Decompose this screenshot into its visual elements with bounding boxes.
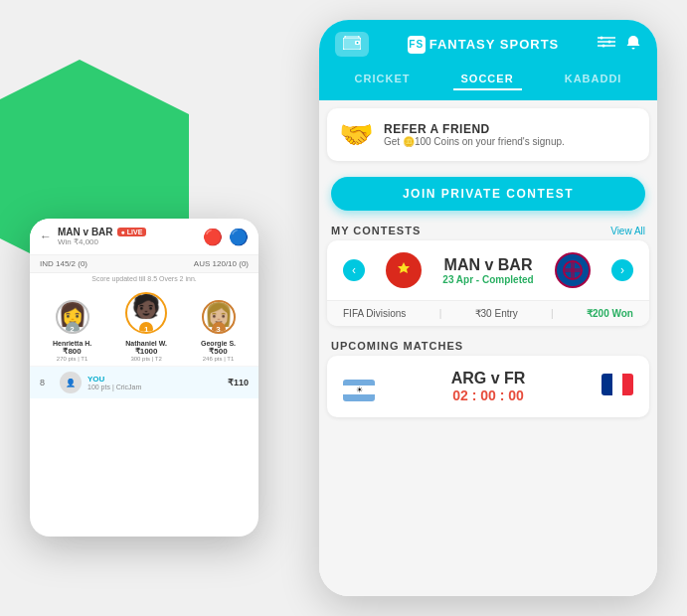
match-entry: ₹30 Entry <box>475 308 518 319</box>
coin-icon: 🪙 <box>403 136 415 147</box>
leader-prize-2: ₹800 <box>53 347 91 356</box>
my-contests-header: MY CONTESTS View All <box>319 219 657 240</box>
leaderboard-win-amount: Win ₹4,000 <box>58 237 197 246</box>
leader-pts-1: 300 pts | T2 <box>125 356 167 362</box>
leader-prize-3: ₹500 <box>201 347 236 356</box>
topbar-icons <box>598 35 641 55</box>
leaderboard-match-name: MAN v BAR ● LIVE <box>58 227 197 237</box>
match-status: 23 Apr - Completed <box>442 274 533 285</box>
leader-name-2: Henrietta H. <box>53 340 91 347</box>
score-note: Score updated till 8.5 Overs 2 inn. <box>30 273 258 284</box>
top-bar: FS FANTASY SPORTS <box>319 20 657 69</box>
my-pts: 100 pts | CricJam <box>87 384 222 390</box>
leaderboard-match-info: MAN v BAR ● LIVE Win ₹4,000 <box>58 227 197 246</box>
app-logo: FS FANTASY SPORTS <box>408 36 560 54</box>
match-card-man-bar: ‹ MAN v BAR 23 Apr - Completed <box>327 240 649 326</box>
logo-icon: FS <box>408 36 426 54</box>
match-countdown: 02 : 00 : 00 <box>451 387 526 403</box>
refer-description: Get 🪙100 Coins on your friend's signup. <box>384 136 565 147</box>
live-badge: ● LIVE <box>117 228 147 236</box>
my-info: YOU 100 pts | CricJam <box>87 375 222 390</box>
match-footer: FIFA Divisions | ₹30 Entry | ₹200 Won <box>327 300 649 326</box>
join-private-contest-button[interactable]: JOIN PRIVATE CONTEST <box>331 177 645 211</box>
match-won: ₹200 Won <box>587 308 633 319</box>
divider2: | <box>551 308 554 319</box>
tab-kabaddi[interactable]: KABADDI <box>557 69 630 90</box>
tab-cricket[interactable]: CRICKET <box>347 69 419 90</box>
leader-3rd: 👩🏼 3 Georgie S. ₹500 246 pts | T1 <box>201 300 236 362</box>
tab-soccer[interactable]: SOCCER <box>453 69 522 90</box>
my-leaderboard-row: 8 👤 YOU 100 pts | CricJam ₹110 <box>30 366 258 398</box>
refer-banner: 🤝 REFER A FRIEND Get 🪙100 Coins on your … <box>327 108 649 161</box>
my-avatar-icon: 👤 <box>66 379 76 387</box>
back-arrow[interactable]: ← <box>40 230 52 243</box>
refer-avatar-icon: 🤝 <box>339 118 374 151</box>
manutd-small-icon: 🔴 <box>203 228 223 246</box>
leader-pts-2: 270 pts | T1 <box>53 356 91 362</box>
main-phone: FS FANTASY SPORTS <box>319 20 657 596</box>
svg-point-2 <box>357 42 359 44</box>
manutd-logo <box>386 252 422 288</box>
refer-text: REFER A FRIEND Get 🪙100 Coins on your fr… <box>384 122 565 147</box>
leader-avatar-1: 🧑🏿 1 <box>125 292 167 334</box>
wallet-icon[interactable] <box>335 32 369 57</box>
barca-logo <box>555 252 591 288</box>
divider: | <box>439 308 442 319</box>
barca-small-icon: 🔵 <box>229 228 249 246</box>
my-contests-title: MY CONTESTS <box>331 225 421 236</box>
next-arrow[interactable]: › <box>611 259 633 281</box>
match-card-main: ‹ MAN v BAR 23 Apr - Completed <box>327 240 649 300</box>
match-league: FIFA Divisions <box>343 308 406 319</box>
my-prize: ₹110 <box>228 378 249 387</box>
aus-score: AUS 120/10 (0) <box>194 259 249 268</box>
leader-name-3: Georgie S. <box>201 340 236 347</box>
upcoming-header: UPCOMING MATCHES <box>319 334 657 356</box>
upcoming-title: UPCOMING MATCHES <box>331 340 463 352</box>
leader-avatar-3: 👩🏼 3 <box>202 300 236 334</box>
my-avatar: 👤 <box>60 372 82 393</box>
bell-icon[interactable] <box>625 35 641 55</box>
arg-flag: ☀ <box>343 372 375 401</box>
score-bar: IND 145/2 (0) AUS 120/10 (0) <box>30 255 258 273</box>
leader-avatar-2: 👩 2 <box>56 300 89 334</box>
match-info: MAN v BAR 23 Apr - Completed <box>442 256 533 285</box>
join-btn-wrapper: JOIN PRIVATE CONTEST <box>319 169 657 219</box>
rank-badge-1: 1 <box>139 322 153 334</box>
my-name: YOU <box>87 375 222 384</box>
leader-prize-1: ₹1000 <box>125 347 167 356</box>
ind-score: IND 145/2 (0) <box>40 259 87 268</box>
rank-badge-3: 3 <box>212 322 226 334</box>
leader-2nd: 👩 2 Henrietta H. ₹800 270 pts | T1 <box>53 300 91 362</box>
secondary-phone: ← MAN v BAR ● LIVE Win ₹4,000 🔴 🔵 IND 14… <box>30 219 258 537</box>
prev-arrow[interactable]: ‹ <box>343 259 365 281</box>
app-name: FANTASY SPORTS <box>429 37 560 52</box>
leader-1st: 🧑🏿 1 Nathaniel W. ₹1000 300 pts | T2 <box>125 292 167 362</box>
leader-pts-3: 246 pts | T1 <box>201 356 236 362</box>
view-all-link[interactable]: View All <box>610 226 645 236</box>
phone-content: 🤝 REFER A FRIEND Get 🪙100 Coins on your … <box>319 100 657 596</box>
svg-rect-11 <box>564 268 582 272</box>
upcoming-match-info: ARG v FR 02 : 00 : 00 <box>451 370 526 403</box>
refer-title: REFER A FRIEND <box>384 122 565 136</box>
my-rank: 8 <box>40 378 54 387</box>
leader-podium: 👩 2 Henrietta H. ₹800 270 pts | T1 🧑🏿 1 … <box>30 284 258 366</box>
upcoming-card: ☀ ARG v FR 02 : 00 : 00 <box>327 356 649 417</box>
rank-badge-2: 2 <box>66 322 80 334</box>
match-name: MAN v BAR <box>442 256 533 274</box>
leaderboard-topbar: ← MAN v BAR ● LIVE Win ₹4,000 🔴 🔵 <box>30 219 258 255</box>
fr-flag <box>601 374 633 399</box>
nav-tabs: CRICKET SOCCER KABADDI <box>319 69 657 100</box>
leader-name-1: Nathaniel W. <box>125 340 167 347</box>
filter-icon[interactable] <box>598 35 615 55</box>
upcoming-match-name: ARG v FR <box>451 370 526 387</box>
